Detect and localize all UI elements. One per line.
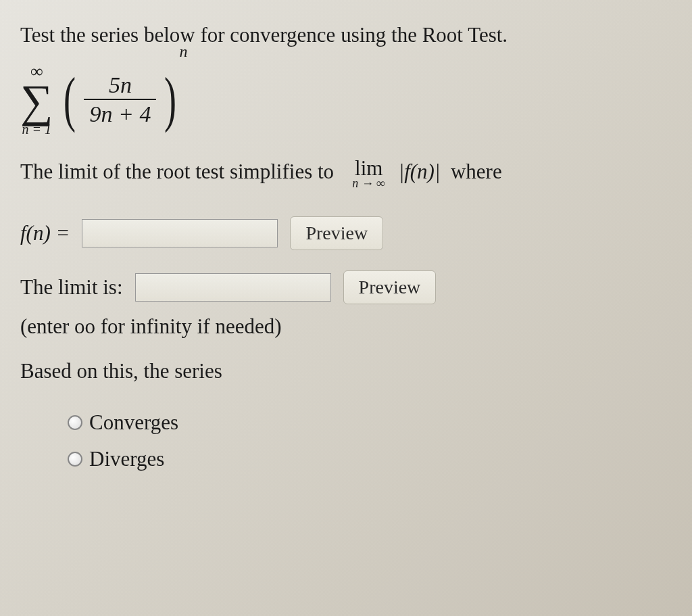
fn-input[interactable] [82,219,278,247]
conclusion-prompt: Based on this, the series [20,359,672,383]
radio-label-converges: Converges [89,410,178,435]
limit-description: The limit of the root test simplifies to… [20,156,672,189]
infinity-hint: (enter oo for infinity if needed) [20,314,672,339]
preview-fn-button[interactable]: Preview [290,216,383,250]
numerator: 5n [103,72,137,99]
summation-lower: n = 1 [22,122,51,136]
fn-label: f(n) = [20,221,70,245]
sigma-icon: ∑ [20,80,53,122]
limit-label: The limit is: [20,275,123,300]
radio-icon [68,452,82,467]
fn-input-row: f(n) = Preview [20,216,672,250]
fraction: 5n 9n + 4 [84,72,156,127]
lim-text: lim [355,158,382,179]
question-prompt: Test the series below for convergence us… [20,20,672,49]
limit-input-row: The limit is: Preview [20,270,672,304]
limit-symbol: lim n → ∞ [352,158,385,189]
radio-option-diverges[interactable]: Diverges [68,447,672,471]
right-paren-icon: ) [164,78,176,120]
left-paren-icon: ( [64,78,76,120]
radio-group: Converges Diverges [68,410,672,471]
denominator: 9n + 4 [84,99,156,126]
radio-label-diverges: Diverges [89,447,164,471]
limit-suffix: where [451,160,502,183]
limit-input[interactable] [135,273,331,302]
radio-icon [68,415,82,430]
series-formula: ∞ ∑ n = 1 ( 5n 9n + 4 ) n [20,63,672,135]
exponent: n [179,43,187,61]
preview-limit-button[interactable]: Preview [343,270,437,304]
limit-prefix: The limit of the root test simplifies to [20,160,334,183]
summation-symbol: ∞ ∑ n = 1 [20,63,53,135]
radio-option-converges[interactable]: Converges [68,410,672,435]
limit-body: |f(n)| [399,160,441,183]
lim-subscript: n → ∞ [352,177,385,189]
